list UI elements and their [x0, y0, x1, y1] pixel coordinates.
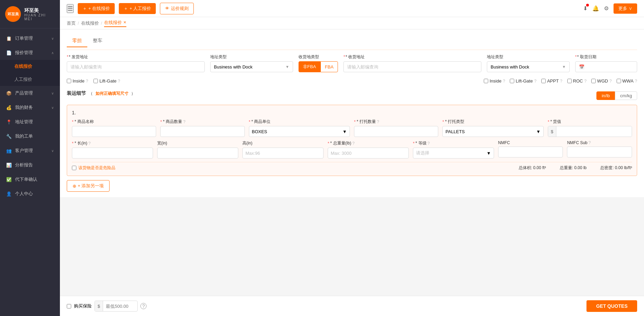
hint-order-help[interactable]: ↻ 下单帮助: [616, 29, 637, 30]
sidebar-item-products-label: 产品管理: [15, 90, 33, 96]
dest-wwa-check[interactable]: [617, 79, 621, 83]
dest-wgd-checkbox[interactable]: WGD ?: [591, 78, 611, 84]
sidebar-item-customers[interactable]: 👥 客户管理 ∨: [0, 143, 60, 158]
insurance-checkbox[interactable]: [67, 304, 71, 308]
confirm-icon: ✅: [6, 177, 12, 182]
gear-icon: ⚙: [604, 5, 609, 11]
width-input[interactable]: [157, 148, 238, 159]
insurance-help-icon[interactable]: ?: [140, 303, 147, 309]
worklist-icon: 🔧: [6, 134, 12, 139]
unit-select[interactable]: BOXES ▼: [249, 126, 350, 137]
sidebar-item-address[interactable]: 📍 地址管理: [0, 115, 60, 129]
add-item-button[interactable]: ⊕ + 添加另一项: [67, 180, 110, 192]
section-hint-link[interactable]: 如何正确填写尺寸: [96, 91, 128, 97]
pickup-date-label: * * 取货日期: [575, 54, 637, 60]
value-input[interactable]: [556, 126, 632, 137]
dest-inside-checkbox[interactable]: Inside ?: [484, 78, 505, 84]
nmfc-sub-help-icon[interactable]: ?: [589, 140, 591, 145]
dest-inside-help-icon[interactable]: ?: [503, 79, 505, 84]
sidebar-item-profile[interactable]: 👤 个人中心: [0, 187, 60, 201]
btn-online-quote[interactable]: ＋ + 在线报价: [78, 3, 115, 14]
insurance-value-input[interactable]: [103, 304, 137, 309]
sidebar-item-confirm-order[interactable]: ✅ 代下单确认: [0, 172, 60, 187]
grade-help-icon[interactable]: ?: [428, 141, 430, 146]
pallet-qty-input[interactable]: [354, 126, 438, 137]
length-help-icon[interactable]: ?: [88, 141, 91, 146]
product-name-label: * * 商品名称: [72, 119, 156, 125]
wgd-help-icon[interactable]: ?: [609, 79, 612, 84]
qty-input[interactable]: [160, 126, 244, 137]
dest-appt-checkbox[interactable]: APPT ?: [541, 78, 563, 84]
liftgate-help-icon[interactable]: ?: [118, 79, 120, 84]
danger-checkbox[interactable]: [72, 166, 76, 170]
product-name-input[interactable]: [72, 126, 156, 137]
sidebar-item-reports[interactable]: 📊 分析报告: [0, 158, 60, 172]
btn-more[interactable]: 更多 ∨: [614, 3, 637, 14]
tab-ftl[interactable]: 整车: [87, 35, 108, 47]
dest-addr-type-select[interactable]: Business with Dock ▼: [487, 61, 570, 72]
origin-liftgate-checkbox[interactable]: Lift-Gate ?: [93, 78, 120, 84]
notification-button[interactable]: 🔔: [592, 5, 599, 12]
nmfc-input[interactable]: [498, 147, 563, 157]
breadcrumb-online-quote[interactable]: 在线报价: [81, 20, 99, 26]
pallet-type-select[interactable]: PALLETS ▼: [442, 126, 544, 137]
weight-input[interactable]: [328, 148, 409, 159]
height-input[interactable]: [242, 148, 324, 159]
origin-inside-checkbox[interactable]: Inside ?: [67, 78, 88, 84]
dest-roc-checkbox[interactable]: ROC ?: [567, 78, 587, 84]
hamburger-button[interactable]: ☰: [67, 4, 74, 13]
get-quotes-button[interactable]: GET QUOTES: [586, 300, 637, 312]
pallet-qty-help-icon[interactable]: ?: [377, 119, 379, 124]
unit-cm-kg[interactable]: cm/kg: [615, 91, 637, 100]
dest-wgd-check[interactable]: [591, 79, 596, 83]
dest-input[interactable]: [343, 61, 481, 72]
dest-roc-check[interactable]: [567, 79, 572, 83]
sidebar-subitem-online-quote[interactable]: 在线报价: [0, 60, 60, 73]
breadcrumb-home[interactable]: 首页: [67, 20, 76, 26]
sidebar-item-products[interactable]: 📦 产品管理 ∨: [0, 86, 60, 100]
roc-help-icon[interactable]: ?: [584, 79, 586, 84]
chevron-down-icon: ▼: [286, 65, 289, 69]
sidebar-item-orders[interactable]: 📋 订单管理 ∨: [0, 31, 60, 46]
length-group: * * 长(in) ?: [72, 140, 153, 159]
wwa-help-icon[interactable]: ?: [635, 79, 637, 84]
origin-liftgate-check[interactable]: [93, 79, 98, 83]
dest-liftgate-checkbox[interactable]: Lift-Gate ?: [510, 78, 536, 84]
dest-appt-check[interactable]: [541, 79, 546, 83]
sidebar-item-finance[interactable]: 💰 我的财务 ∨: [0, 100, 60, 115]
btn-fba[interactable]: FBA: [320, 61, 338, 72]
weight-help-icon[interactable]: ?: [352, 141, 355, 146]
sidebar-item-quotes[interactable]: 📄 报价管理 ∧: [0, 46, 60, 60]
dest-liftgate-check[interactable]: [510, 79, 514, 83]
sidebar-item-reports-label: 分析报告: [15, 162, 33, 168]
breadcrumb-close-icon[interactable]: ✕: [123, 20, 126, 25]
grade-select[interactable]: 请选择 ▼: [413, 148, 494, 159]
nmfc-sub-input[interactable]: [567, 147, 632, 157]
settings-button[interactable]: ⚙: [604, 5, 609, 12]
origin-addr-type-select[interactable]: Business with Dock ▼: [210, 61, 293, 72]
appt-help-icon[interactable]: ?: [560, 79, 563, 84]
hint-quote-chart[interactable]: ⚠ 报价图示说明: [581, 29, 611, 30]
btn-manual-quote[interactable]: ＋ + 人工报价: [119, 3, 156, 14]
origin-input[interactable]: [67, 61, 205, 72]
btn-non-fba[interactable]: 非FBA: [299, 61, 320, 72]
length-input[interactable]: [72, 148, 153, 159]
sidebar-item-worklist[interactable]: 🔧 我的工单: [0, 129, 60, 143]
inside-help-icon[interactable]: ?: [86, 79, 88, 84]
sidebar-item-profile-label: 个人中心: [15, 191, 33, 197]
dest-inside-check[interactable]: [484, 79, 488, 83]
pallet-chevron-icon: ▼: [536, 129, 541, 134]
origin-inside-check[interactable]: [67, 79, 71, 83]
danger-left: 该货物是否是危险品: [72, 165, 115, 171]
qty-help-icon[interactable]: ?: [183, 119, 186, 124]
sidebar-subitem-manual-quote[interactable]: 人工报价: [0, 73, 60, 86]
download-button[interactable]: ⬇: [583, 5, 588, 12]
unit-in-lb[interactable]: in/lb: [596, 91, 615, 100]
btn-rules[interactable]: 👁 运价规则: [160, 3, 194, 14]
tab-ltl[interactable]: 零担: [67, 35, 87, 47]
dest-liftgate-help-icon[interactable]: ?: [534, 79, 536, 84]
pickup-date-input[interactable]: 📅: [575, 61, 637, 72]
dest-wwa-checkbox[interactable]: WWA ?: [617, 78, 637, 84]
main-content: ☰ ＋ + 在线报价 ＋ + 人工报价 👁 运价规则 ⬇ 🔔: [60, 0, 644, 316]
pallet-type-group: * * 打托类型 PALLETS ▼: [442, 119, 544, 137]
